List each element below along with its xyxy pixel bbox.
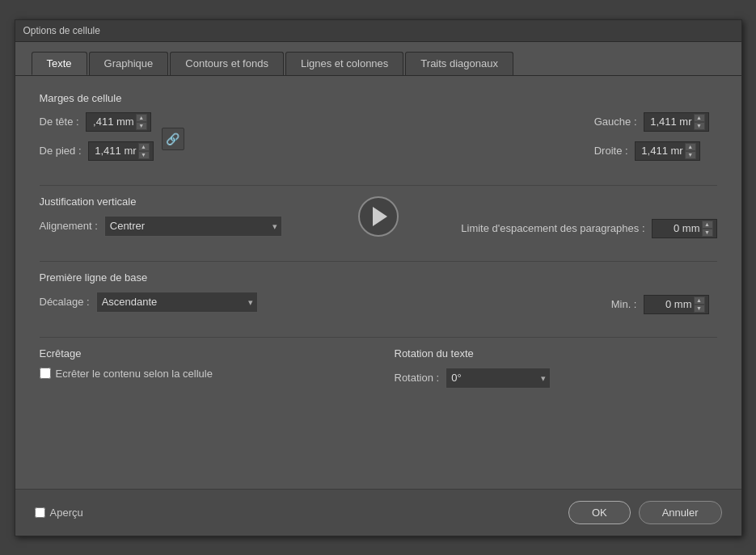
marges-title: Marges de cellule (40, 92, 717, 104)
ecretage-checkbox-row: Ecrêter le contenu selon la cellule (40, 368, 362, 380)
de-pied-label: De pied : (40, 145, 82, 157)
min-label: Min. : (611, 298, 637, 310)
gauche-row: Gauche : ▲ ▼ (594, 112, 709, 132)
bottom-sections: Ecrêtage Ecrêter le contenu selon la cel… (40, 337, 717, 393)
min-arrows: ▲ ▼ (694, 296, 705, 313)
annuler-button[interactable]: Annuler (639, 501, 722, 524)
footer: Aperçu OK Annuler (15, 489, 741, 536)
de-tete-up[interactable]: ▲ (136, 114, 147, 122)
tab-traits[interactable]: Traits diagonaux (405, 52, 513, 75)
ok-button[interactable]: OK (568, 501, 631, 524)
gauche-input[interactable] (648, 116, 692, 128)
de-pied-row: De pied : ▲ ▼ (40, 141, 154, 161)
decalage-row: Décalage : Ascendante Descendante Fixe (40, 292, 258, 313)
de-pied-arrows: ▲ ▼ (138, 143, 150, 159)
rotation-row: Rotation : 0° 90° 180° 270° (395, 368, 717, 389)
de-tete-spinbox[interactable]: ▲ ▼ (86, 112, 151, 132)
droite-label: Droite : (594, 145, 628, 157)
margins-main: De tête : ▲ ▼ De pied : (40, 112, 717, 166)
de-tete-row: De tête : ▲ ▼ (40, 112, 154, 132)
justification-section: Justification verticale Alignement : Cen… (40, 185, 717, 242)
lock-button[interactable]: 🔗 (162, 128, 184, 150)
title-bar: Options de cellule (15, 20, 741, 42)
droite-down[interactable]: ▼ (685, 151, 696, 159)
alignement-row: Alignement : Centrer Haut Bas Justifier (40, 216, 282, 237)
alignement-select[interactable]: Centrer Haut Bas Justifier (104, 216, 282, 237)
gauche-down[interactable]: ▼ (694, 122, 705, 130)
apercu-checkbox[interactable] (35, 507, 45, 518)
gauche-label: Gauche : (594, 116, 637, 128)
button-group: OK Annuler (568, 501, 722, 524)
decalage-label: Décalage : (40, 296, 90, 308)
droite-row: Droite : ▲ ▼ (594, 141, 709, 161)
limite-input[interactable] (656, 222, 700, 234)
de-pied-spinbox[interactable]: ▲ ▼ (88, 141, 154, 161)
apercu-row: Aperçu (35, 507, 83, 519)
de-pied-input[interactable] (92, 145, 137, 157)
min-spinbox[interactable]: ▲ ▼ (644, 295, 709, 314)
rotation-select[interactable]: 0° 90° 180° 270° (446, 368, 551, 389)
dialog: Options de cellule Texte Graphique Conto… (15, 19, 742, 536)
premiere-ligne-title: Première ligne de base (40, 271, 717, 284)
ecretage-label: Ecrêter le contenu selon la cellule (56, 368, 213, 380)
title-text: Options de cellule (23, 25, 100, 36)
tab-graphique[interactable]: Graphique (89, 52, 169, 75)
de-tete-input[interactable] (90, 116, 134, 128)
gauche-arrows: ▲ ▼ (694, 114, 705, 130)
droite-spinbox[interactable]: ▲ ▼ (635, 141, 700, 161)
ecretage-checkbox[interactable] (40, 368, 51, 379)
de-pied-down[interactable]: ▼ (138, 151, 150, 159)
rotation-section: Rotation du texte Rotation : 0° 90° 180°… (395, 347, 717, 393)
decalage-select-wrapper: Ascendante Descendante Fixe (96, 292, 258, 313)
de-tete-arrows: ▲ ▼ (136, 114, 147, 130)
marges-section: Marges de cellule De tête : ▲ ▼ (40, 92, 717, 166)
ecretage-title: Ecrêtage (40, 347, 362, 359)
droite-arrows: ▲ ▼ (685, 143, 696, 159)
tab-lignes[interactable]: Lignes et colonnes (285, 52, 403, 75)
rotation-title: Rotation du texte (395, 347, 717, 359)
gauche-up[interactable]: ▲ (694, 114, 705, 122)
alignement-label: Alignement : (40, 220, 98, 232)
rotation-select-wrapper: 0° 90° 180° 270° (446, 368, 551, 389)
min-input[interactable] (648, 298, 692, 310)
rotation-label: Rotation : (395, 372, 440, 384)
margins-left-group: De tête : ▲ ▼ De pied : (40, 112, 154, 166)
decalage-select[interactable]: Ascendante Descendante Fixe (96, 292, 258, 313)
tab-texte[interactable]: Texte (32, 52, 87, 75)
droite-input[interactable] (639, 145, 683, 157)
alignement-select-wrapper: Centrer Haut Bas Justifier (104, 216, 282, 237)
tab-content: Marges de cellule De tête : ▲ ▼ (15, 75, 741, 489)
apercu-label: Aperçu (50, 507, 83, 519)
limite-up[interactable]: ▲ (702, 221, 713, 229)
limite-label: Limite d'espacement des paragraphes : (461, 222, 644, 234)
de-tete-down[interactable]: ▼ (136, 122, 147, 130)
droite-up[interactable]: ▲ (685, 143, 696, 151)
margins-right-group: Gauche : ▲ ▼ Droite : (594, 112, 709, 166)
play-button[interactable] (358, 196, 399, 237)
limite-arrows: ▲ ▼ (702, 221, 713, 237)
de-pied-up[interactable]: ▲ (138, 143, 150, 151)
min-down[interactable]: ▼ (694, 305, 705, 313)
gauche-spinbox[interactable]: ▲ ▼ (644, 112, 709, 132)
de-tete-label: De tête : (40, 116, 79, 128)
tab-contours[interactable]: Contours et fonds (170, 52, 284, 75)
tabs-bar: Texte Graphique Contours et fonds Lignes… (15, 42, 741, 75)
limite-down[interactable]: ▼ (702, 229, 713, 237)
premiere-ligne-section: Première ligne de base Décalage : Ascend… (40, 261, 717, 317)
min-up[interactable]: ▲ (694, 296, 705, 305)
ecretage-section: Ecrêtage Ecrêter le contenu selon la cel… (40, 347, 362, 393)
limite-spinbox[interactable]: ▲ ▼ (652, 219, 717, 238)
